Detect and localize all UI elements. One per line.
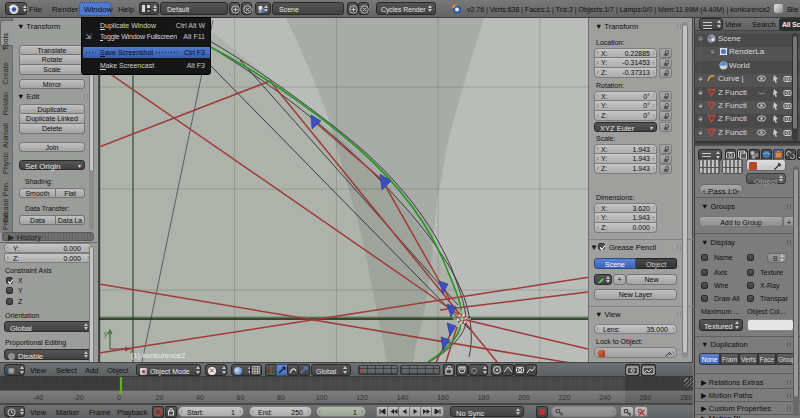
svg-text:(1) konkurence2: (1) konkurence2: [131, 351, 185, 360]
svg-text:y: y: [104, 330, 108, 338]
